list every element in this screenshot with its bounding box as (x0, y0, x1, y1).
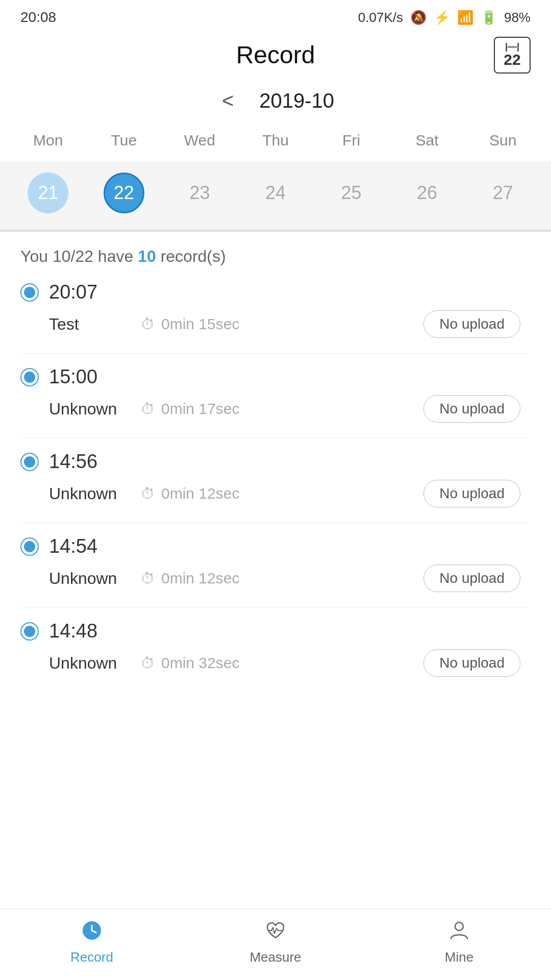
clock-icon-2: ⏱ (141, 485, 155, 502)
record-nav-icon (81, 919, 103, 945)
record-radio-0 (20, 283, 39, 302)
records-summary: You 10/22 have 10 record(s) (20, 247, 531, 266)
measure-nav-icon (264, 919, 287, 945)
day-23[interactable]: 23 (179, 173, 220, 213)
duration-text-2: 0min 12sec (161, 485, 239, 502)
current-month: 2019-10 (259, 89, 334, 112)
upload-button-2[interactable]: No upload (423, 480, 520, 507)
svg-point-4 (455, 922, 463, 930)
upload-button-4[interactable]: No upload (423, 649, 520, 677)
record-duration-3: ⏱ 0min 12sec (141, 570, 423, 587)
day-cell-27[interactable]: 27 (465, 166, 541, 219)
clock-icon-4: ⏱ (141, 655, 155, 672)
record-time-row-1: 15:00 (20, 366, 531, 388)
record-time-0: 20:07 (49, 281, 97, 303)
day-header-tue: Tue (86, 128, 162, 153)
record-time-row-4: 14:48 (20, 620, 531, 642)
upload-button-3[interactable]: No upload (423, 565, 520, 592)
records-section: You 10/22 have 10 record(s) 20:07 Test ⏱… (0, 232, 551, 692)
day-cell-24[interactable]: 24 (238, 166, 314, 219)
nav-label-measure: Measure (249, 949, 301, 965)
nav-item-record[interactable]: Record (0, 919, 184, 970)
calendar-week-row: 21 22 23 24 25 26 27 (0, 161, 551, 230)
record-name-1: Unknown (49, 400, 131, 419)
calendar-nav: < 2019-10 (0, 79, 551, 128)
day-cell-21[interactable]: 21 (10, 166, 86, 219)
day-cell-25[interactable]: 25 (313, 166, 389, 219)
battery-percent: 98% (504, 10, 531, 26)
clock-icon-1: ⏱ (141, 401, 155, 418)
record-name-4: Unknown (49, 654, 131, 673)
record-time-4: 14:48 (49, 620, 97, 642)
record-radio-1 (20, 368, 39, 386)
record-detail-row-1: Unknown ⏱ 0min 17sec No upload (20, 395, 531, 438)
day-27[interactable]: 27 (483, 173, 523, 213)
clock-icon-3: ⏱ (141, 570, 155, 587)
duration-text-3: 0min 12sec (161, 570, 239, 587)
day-25[interactable]: 25 (331, 173, 372, 213)
record-radio-3 (20, 537, 39, 556)
day-cell-22[interactable]: 22 (86, 166, 162, 219)
day-26[interactable]: 26 (407, 173, 447, 213)
upload-button-0[interactable]: No upload (423, 310, 520, 338)
summary-text1: You 10/22 have (20, 247, 138, 265)
calendar-icon-top: |—| (505, 42, 519, 51)
prev-month-button[interactable]: < (217, 84, 239, 117)
record-time-2: 14:56 (49, 451, 97, 473)
calendar-button[interactable]: |—| 22 (494, 37, 531, 74)
summary-text2: record(s) (156, 247, 226, 265)
status-time: 20:08 (20, 9, 56, 26)
record-time-1: 15:00 (49, 366, 97, 388)
day-headers: Mon Tue Wed Thu Fri Sat Sun (0, 128, 551, 153)
record-time-3: 14:54 (49, 535, 97, 557)
record-time-row-3: 14:54 (20, 535, 531, 557)
day-24[interactable]: 24 (255, 173, 296, 213)
duration-text-4: 0min 32sec (161, 654, 239, 672)
record-name-2: Unknown (49, 484, 131, 503)
mute-icon: 🔕 (410, 10, 427, 26)
calendar-icon-day: 22 (504, 51, 520, 68)
nav-item-measure[interactable]: Measure (184, 919, 367, 970)
duration-text-0: 0min 15sec (161, 315, 239, 333)
record-name-0: Test (49, 315, 131, 334)
record-duration-4: ⏱ 0min 32sec (141, 654, 423, 672)
nav-label-mine: Mine (445, 949, 473, 965)
day-header-wed: Wed (162, 128, 238, 153)
page-header: Record |—| 22 (0, 31, 551, 79)
upload-button-1[interactable]: No upload (423, 395, 520, 423)
day-header-mon: Mon (10, 128, 86, 153)
day-cell-26[interactable]: 26 (389, 166, 465, 219)
record-detail-row-0: Test ⏱ 0min 15sec No upload (20, 310, 531, 354)
clock-icon-0: ⏱ (141, 316, 155, 333)
nav-item-mine[interactable]: Mine (367, 919, 551, 970)
nav-label-record: Record (70, 949, 113, 965)
bluetooth-icon: ⚡ (434, 10, 450, 26)
record-time-row-0: 20:07 (20, 281, 531, 303)
page-title: Record (236, 41, 315, 69)
record-duration-2: ⏱ 0min 12sec (141, 485, 423, 502)
record-radio-2 (20, 453, 39, 471)
battery-icon: 🔋 (481, 10, 497, 26)
record-detail-row-2: Unknown ⏱ 0min 12sec No upload (20, 480, 531, 523)
record-time-row-2: 14:56 (20, 451, 531, 473)
day-header-sat: Sat (389, 128, 465, 153)
day-21[interactable]: 21 (28, 173, 68, 213)
record-radio-4 (20, 622, 39, 641)
day-header-sun: Sun (465, 128, 541, 153)
network-speed: 0.07K/s (358, 10, 403, 26)
mine-nav-icon (448, 919, 470, 945)
record-detail-row-4: Unknown ⏱ 0min 32sec No upload (20, 649, 531, 692)
day-cell-23[interactable]: 23 (162, 166, 238, 219)
bottom-nav: Record Measure Mine (0, 909, 551, 980)
day-header-thu: Thu (238, 128, 314, 153)
records-count: 10 (138, 247, 156, 265)
wifi-icon: 📶 (457, 10, 473, 26)
record-detail-row-3: Unknown ⏱ 0min 12sec No upload (20, 565, 531, 608)
day-header-fri: Fri (313, 128, 389, 153)
status-icons: 0.07K/s 🔕 ⚡ 📶 🔋 98% (358, 10, 531, 26)
duration-text-1: 0min 17sec (161, 400, 239, 418)
record-duration-0: ⏱ 0min 15sec (141, 315, 423, 333)
record-duration-1: ⏱ 0min 17sec (141, 400, 423, 418)
day-22[interactable]: 22 (104, 173, 144, 213)
status-bar: 20:08 0.07K/s 🔕 ⚡ 📶 🔋 98% (0, 0, 551, 31)
